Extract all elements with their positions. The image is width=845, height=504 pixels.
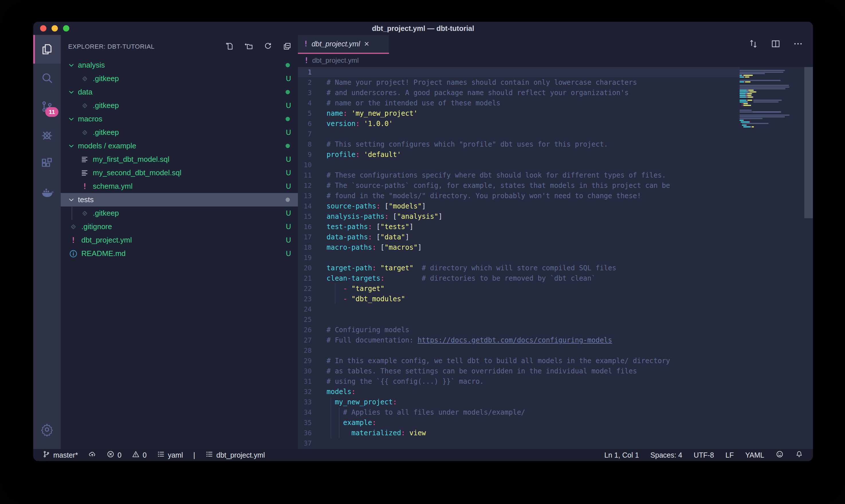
code-line-22[interactable]: 22 - "target" <box>298 284 740 294</box>
line-number[interactable]: 17 <box>298 232 312 242</box>
line-number[interactable]: 3 <box>298 88 312 98</box>
line-number[interactable]: 7 <box>298 129 312 139</box>
code-line-35[interactable]: 35 example: <box>298 417 740 428</box>
line-number[interactable]: 20 <box>298 263 312 273</box>
line-number[interactable]: 27 <box>298 335 312 345</box>
tree-file--gitkeep[interactable]: .gitkeepU <box>61 72 298 85</box>
line-number[interactable]: 16 <box>298 222 312 232</box>
line-number[interactable]: 30 <box>298 366 312 376</box>
line-number[interactable]: 13 <box>298 191 312 201</box>
status-left-warning-triangle[interactable]: 0 <box>132 450 147 460</box>
code-line-15[interactable]: 15analysis-paths: ["analysis"] <box>298 211 740 222</box>
editor-scrollbar-thumb[interactable] <box>804 67 813 218</box>
code-line-25[interactable]: 25 <box>298 314 740 325</box>
tree-file--gitkeep[interactable]: .gitkeepU <box>61 99 298 112</box>
code-line-28[interactable]: 28 <box>298 345 740 356</box>
line-number[interactable]: 4 <box>298 98 312 108</box>
line-number[interactable]: 1 <box>298 67 312 77</box>
tree-folder-data[interactable]: data <box>61 85 298 99</box>
line-number[interactable]: 33 <box>298 397 312 407</box>
code-line-23[interactable]: 23 - "dbt_modules" <box>298 294 740 304</box>
code-line-36[interactable]: 36 materialized: view <box>298 428 740 438</box>
status-left-list-selection[interactable]: yaml <box>157 450 183 460</box>
tree-file-schema-yml[interactable]: !schema.ymlU <box>61 180 298 193</box>
line-number[interactable]: 35 <box>298 417 312 428</box>
collapse-all-icon[interactable] <box>283 42 292 52</box>
tree-folder-models-example[interactable]: models / example <box>61 139 298 152</box>
code-line-18[interactable]: 18macro-paths: ["macros"] <box>298 242 740 253</box>
new-file-icon[interactable] <box>225 42 234 52</box>
code-line-34[interactable]: 34 # Applies to all files under models/e… <box>298 407 740 417</box>
code-line-1[interactable]: 1 <box>298 67 740 77</box>
line-number[interactable]: 24 <box>298 304 312 314</box>
code-line-29[interactable]: 29# In this example config, we tell dbt … <box>298 356 740 366</box>
line-number[interactable]: 19 <box>298 253 312 263</box>
tree-folder-tests[interactable]: tests <box>61 193 298 206</box>
code-line-10[interactable]: 10 <box>298 160 740 170</box>
line-number[interactable]: 31 <box>298 376 312 386</box>
code-line-5[interactable]: 5name: 'my_new_project' <box>298 108 740 119</box>
line-number[interactable]: 14 <box>298 201 312 211</box>
code-line-31[interactable]: 31# using the `{{ config(...) }}` macro. <box>298 376 740 386</box>
code-line-2[interactable]: 2# Name your project! Project names shou… <box>298 77 740 88</box>
line-number[interactable]: 37 <box>298 438 312 448</box>
activity-source-control-icon[interactable]: 11 <box>33 92 61 121</box>
line-number[interactable]: 34 <box>298 407 312 417</box>
line-number[interactable]: 8 <box>298 139 312 149</box>
code-line-9[interactable]: 9profile: 'default' <box>298 149 740 160</box>
line-number[interactable]: 36 <box>298 428 312 438</box>
tree-file-dbt-project-yml[interactable]: !dbt_project.ymlU <box>61 233 298 247</box>
line-number[interactable]: 28 <box>298 345 312 356</box>
line-number[interactable]: 25 <box>298 314 312 325</box>
status-left--[interactable]: | <box>193 451 195 459</box>
activity-files-icon[interactable] <box>33 35 61 64</box>
status-right-bell[interactable] <box>795 450 803 460</box>
status-left-error-circle[interactable]: 0 <box>107 450 122 460</box>
tree-file-readme-md[interactable]: README.mdU <box>61 247 298 260</box>
code-line-13[interactable]: 13# found in the "models/" directory. Yo… <box>298 191 740 201</box>
code-line-4[interactable]: 4# name or the intended use of these mod… <box>298 98 740 108</box>
code-line-37[interactable]: 37 <box>298 438 740 448</box>
code-line-20[interactable]: 20target-path: "target" # directory whic… <box>298 263 740 273</box>
code-line-7[interactable]: 7 <box>298 129 740 139</box>
title-bar[interactable]: dbt_project.yml — dbt-tutorial <box>33 22 813 35</box>
breadcrumb[interactable]: ! dbt_project.yml <box>298 54 813 67</box>
line-number[interactable]: 11 <box>298 170 312 180</box>
status-left-list-selection[interactable]: dbt_project.yml <box>205 450 265 460</box>
tree-file-my-second-dbt-model-sql[interactable]: my_second_dbt_model.sqlU <box>61 166 298 180</box>
line-number[interactable]: 32 <box>298 386 312 397</box>
code-line-17[interactable]: 17data-paths: ["data"] <box>298 232 740 242</box>
code-line-30[interactable]: 30# as tables. These settings can be ove… <box>298 366 740 376</box>
status-right-lf[interactable]: LF <box>725 451 734 459</box>
breadcrumb-file[interactable]: dbt_project.yml <box>312 56 359 65</box>
tree-file--gitkeep[interactable]: .gitkeepU <box>61 206 298 220</box>
code-line-21[interactable]: 21clean-targets: # directories to be rem… <box>298 273 740 284</box>
line-number[interactable]: 5 <box>298 108 312 119</box>
line-number[interactable]: 26 <box>298 325 312 335</box>
code-line-33[interactable]: 33 my_new_project: <box>298 397 740 407</box>
tree-folder-analysis[interactable]: analysis <box>61 58 298 72</box>
line-number[interactable]: 10 <box>298 160 312 170</box>
line-number[interactable]: 18 <box>298 242 312 253</box>
status-right-yaml[interactable]: YAML <box>745 451 764 459</box>
tree-file--gitignore[interactable]: .gitignoreU <box>61 220 298 233</box>
status-left-branch[interactable]: master* <box>42 450 78 460</box>
minimap[interactable] <box>740 68 803 129</box>
tree-file-my-first-dbt-model-sql[interactable]: my_first_dbt_model.sqlU <box>61 152 298 166</box>
line-number[interactable]: 21 <box>298 273 312 284</box>
line-number[interactable]: 23 <box>298 294 312 304</box>
settings-gear-icon[interactable] <box>33 415 61 444</box>
line-number[interactable]: 15 <box>298 211 312 222</box>
code-line-16[interactable]: 16test-paths: ["tests"] <box>298 222 740 232</box>
line-number[interactable]: 12 <box>298 180 312 191</box>
status-left-cloud-upload[interactable] <box>88 450 96 460</box>
refresh-icon[interactable] <box>264 42 272 52</box>
status-right-utf-8[interactable]: UTF-8 <box>694 451 714 459</box>
activity-extensions-icon[interactable] <box>33 149 61 178</box>
code-line-3[interactable]: 3# and underscores. A good package name … <box>298 88 740 98</box>
line-number[interactable]: 22 <box>298 284 312 294</box>
line-number[interactable]: 6 <box>298 119 312 129</box>
tree-folder-macros[interactable]: macros <box>61 112 298 126</box>
tree-file--gitkeep[interactable]: .gitkeepU <box>61 126 298 139</box>
split-editor-icon[interactable] <box>771 39 781 50</box>
